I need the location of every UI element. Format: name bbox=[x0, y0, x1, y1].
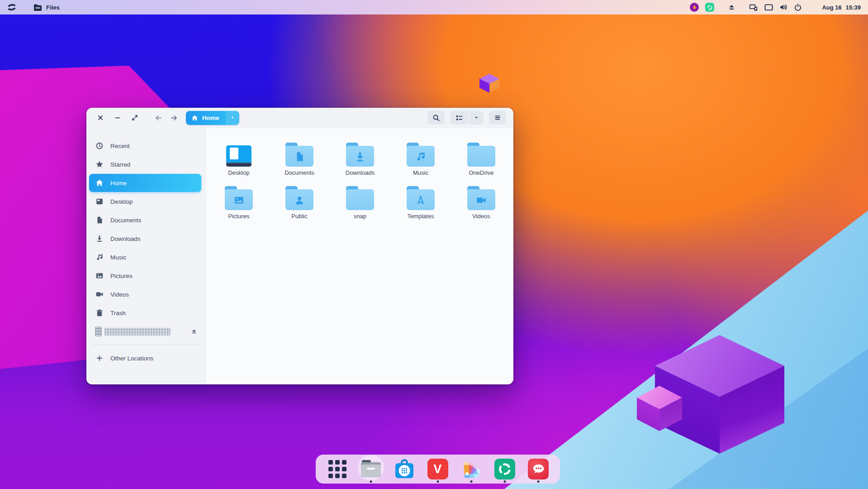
list-view-icon bbox=[455, 114, 463, 122]
sidebar-item-documents[interactable]: Documents bbox=[89, 211, 201, 229]
search-button[interactable] bbox=[427, 111, 445, 125]
forward-button[interactable] bbox=[167, 111, 180, 125]
sidebar-item-desktop[interactable]: Desktop bbox=[89, 192, 201, 211]
close-button[interactable] bbox=[94, 111, 107, 125]
path-bar: Home bbox=[186, 111, 239, 125]
star-icon bbox=[95, 160, 104, 169]
music-note-icon bbox=[95, 253, 104, 262]
sidebar-item-pictures[interactable]: Pictures bbox=[89, 267, 201, 285]
path-dropdown-button[interactable] bbox=[226, 111, 239, 125]
dock-vivaldi-button[interactable]: V bbox=[427, 456, 449, 482]
folder-icon bbox=[285, 186, 313, 210]
running-indicator-dot bbox=[436, 480, 439, 483]
sidebar-item-trash[interactable]: Trash bbox=[89, 304, 201, 322]
connect-indicator-icon[interactable] bbox=[705, 3, 714, 12]
folder-templates[interactable]: Templates bbox=[390, 178, 451, 221]
folder-view[interactable]: Desktop Documents Downloads Music bbox=[205, 128, 513, 384]
sidebar-item-downloads[interactable]: Downloads bbox=[89, 230, 201, 248]
path-button-label: Home bbox=[202, 115, 219, 121]
folder-label: Documents bbox=[285, 169, 314, 176]
folder-icon bbox=[407, 143, 435, 167]
hamburger-menu-icon bbox=[494, 114, 501, 121]
sidebar-item-label: Starred bbox=[110, 161, 130, 168]
software-store-icon bbox=[394, 458, 415, 480]
top-panel: Files bbox=[0, 0, 868, 14]
display-icon[interactable] bbox=[764, 4, 773, 11]
folder-pictures[interactable]: Pictures bbox=[209, 178, 269, 221]
window-menu-button[interactable] bbox=[489, 111, 506, 125]
folder-label: Public bbox=[291, 213, 307, 220]
path-button-home[interactable]: Home bbox=[186, 111, 226, 125]
sidebar-item-other-locations[interactable]: Other Locations bbox=[89, 349, 201, 367]
forward-arrow-icon bbox=[170, 114, 178, 122]
dock-software-button[interactable] bbox=[394, 456, 415, 482]
sidebar-item-label: Trash bbox=[110, 310, 126, 316]
home-icon bbox=[95, 178, 104, 187]
dock-app-grid-button[interactable] bbox=[327, 456, 348, 482]
clock-menu[interactable]: Aug 16 15:39 bbox=[822, 4, 861, 11]
dock-sync-app-button[interactable] bbox=[494, 456, 516, 482]
folder-music[interactable]: Music bbox=[390, 134, 451, 178]
list-view-button[interactable] bbox=[450, 111, 468, 125]
sidebar-item-home[interactable]: Home bbox=[89, 174, 201, 192]
folder-icon bbox=[467, 143, 495, 167]
folder-onedrive[interactable]: OneDrive bbox=[451, 134, 512, 178]
dock: V bbox=[316, 455, 560, 484]
vivaldi-letter: V bbox=[433, 462, 441, 476]
view-options-dropdown-button[interactable] bbox=[469, 111, 484, 125]
folder-label: Pictures bbox=[228, 213, 250, 220]
music-glyph-icon bbox=[415, 151, 427, 163]
sidebar-item-videos[interactable]: Videos bbox=[89, 285, 201, 303]
back-button[interactable] bbox=[152, 111, 165, 125]
running-indicator-dot bbox=[537, 480, 539, 483]
flame-indicator-icon[interactable] bbox=[690, 3, 699, 12]
dock-files-button[interactable] bbox=[360, 456, 382, 482]
devices-icon[interactable] bbox=[749, 3, 758, 11]
eject-icon[interactable] bbox=[728, 4, 735, 11]
dock-chat-app-button[interactable] bbox=[527, 456, 549, 482]
folder-documents[interactable]: Documents bbox=[269, 134, 330, 178]
focused-app-menu[interactable]: Files bbox=[33, 4, 60, 11]
document-icon bbox=[95, 216, 104, 225]
folder-snap[interactable]: snap bbox=[330, 178, 390, 221]
folder-public[interactable]: Public bbox=[269, 178, 330, 221]
desktop-folder-icon bbox=[226, 145, 251, 167]
sync-app-icon bbox=[494, 459, 515, 479]
sidebar-item-label: Downloads bbox=[110, 235, 141, 242]
folder-icon bbox=[346, 143, 374, 167]
chevron-down-icon bbox=[230, 115, 235, 120]
zorin-logo-icon bbox=[7, 2, 17, 12]
files-app-icon bbox=[360, 460, 381, 479]
folder-label: Music bbox=[413, 169, 428, 176]
system-tray: Aug 16 15:39 bbox=[690, 3, 863, 12]
sidebar-item-music[interactable]: Music bbox=[89, 248, 201, 266]
chevron-down-icon bbox=[474, 115, 479, 120]
app-grid-icon bbox=[328, 460, 346, 478]
files-window: Home bbox=[86, 108, 513, 384]
maximize-button[interactable] bbox=[128, 111, 142, 125]
sidebar-item-label: Documents bbox=[110, 217, 141, 224]
sidebar-item-removable-device[interactable] bbox=[89, 322, 201, 340]
power-icon[interactable] bbox=[794, 3, 802, 11]
volume-icon[interactable] bbox=[779, 3, 787, 11]
window-titlebar[interactable]: Home bbox=[86, 108, 513, 128]
dock-color-picker-button[interactable] bbox=[460, 456, 482, 482]
device-eject-button[interactable] bbox=[188, 325, 200, 338]
places-sidebar: Recent Starred Home Desktop Documents bbox=[86, 128, 205, 384]
zorin-menu-button[interactable] bbox=[5, 1, 18, 14]
folder-icon bbox=[407, 186, 435, 210]
folder-videos[interactable]: Videos bbox=[451, 178, 512, 221]
sidebar-item-starred[interactable]: Starred bbox=[89, 155, 201, 173]
folder-desktop[interactable]: Desktop bbox=[209, 134, 269, 178]
folder-icon bbox=[225, 186, 253, 210]
video-camera-icon bbox=[95, 290, 104, 299]
sidebar-item-recent[interactable]: Recent bbox=[89, 137, 201, 155]
compass-glyph-icon bbox=[415, 194, 427, 206]
trash-icon bbox=[95, 308, 104, 317]
folder-label: snap bbox=[354, 213, 366, 220]
minimize-button[interactable] bbox=[111, 111, 124, 125]
clock-time: 15:39 bbox=[846, 4, 861, 11]
folder-downloads[interactable]: Downloads bbox=[330, 134, 390, 178]
folder-icon bbox=[285, 143, 313, 167]
close-icon bbox=[97, 114, 104, 121]
